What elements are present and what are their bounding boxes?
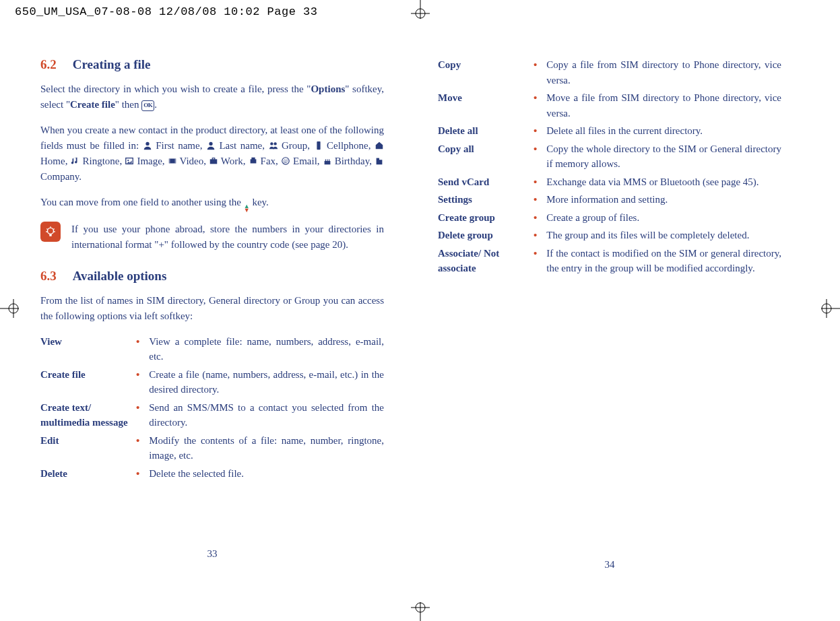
tip-text: If you use your phone abroad, store the … bbox=[71, 222, 384, 253]
svg-rect-32 bbox=[49, 234, 51, 236]
svg-rect-30 bbox=[379, 160, 382, 164]
video-icon bbox=[168, 156, 177, 166]
option-row: Create group • Create a group of files. bbox=[438, 210, 781, 226]
crop-mark-bottom-icon bbox=[407, 594, 434, 621]
person-icon bbox=[143, 141, 152, 150]
option-row: Copy all • Copy the whole directory to t… bbox=[438, 141, 781, 172]
svg-rect-21 bbox=[174, 159, 176, 164]
company-icon bbox=[375, 156, 384, 166]
option-row: Create file • Create a file (name, numbe… bbox=[40, 367, 384, 397]
paragraph-navigate-fields: You can move from one field to another u… bbox=[40, 195, 384, 212]
svg-point-14 bbox=[270, 142, 273, 145]
section-title: Creating a file bbox=[73, 57, 151, 72]
bullet-icon: • bbox=[534, 90, 537, 121]
svg-rect-20 bbox=[168, 159, 170, 164]
crop-mark-left-icon bbox=[0, 295, 27, 322]
section-title: Available options bbox=[73, 269, 167, 284]
group-icon bbox=[269, 141, 278, 150]
option-row: View • View a complete file: name, numbe… bbox=[40, 334, 384, 364]
option-desc: Move a file from SIM directory to Phone … bbox=[546, 90, 781, 121]
section-number: 6.2 bbox=[40, 57, 57, 72]
bullet-icon: • bbox=[534, 246, 537, 276]
bullet-icon: • bbox=[136, 400, 139, 430]
options-list-left: View • View a complete file: name, numbe… bbox=[40, 334, 384, 482]
crop-mark-right-icon bbox=[813, 295, 840, 322]
page-34: Copy • Copy a file from SIM directory to… bbox=[438, 57, 781, 570]
option-desc: Copy the whole directory to the SIM or G… bbox=[546, 141, 781, 172]
option-term: Create group bbox=[438, 210, 525, 226]
option-term: Delete bbox=[40, 466, 128, 482]
person-icon bbox=[206, 141, 216, 150]
page-number: 33 bbox=[40, 548, 384, 560]
cellphone-icon bbox=[314, 141, 323, 150]
nav-key-icon: ▲▼ bbox=[244, 204, 250, 212]
svg-point-15 bbox=[273, 142, 276, 145]
page-33: 6.2 Creating a file Select the directory… bbox=[40, 57, 384, 570]
bullet-icon: • bbox=[534, 174, 537, 190]
option-desc: If the contact is modified on the SIM or… bbox=[546, 246, 781, 276]
option-desc: Delete the selected file. bbox=[149, 466, 384, 482]
option-term: Settings bbox=[438, 192, 525, 207]
svg-point-13 bbox=[209, 142, 212, 145]
option-row: Copy • Copy a file from SIM directory to… bbox=[438, 57, 781, 88]
option-row: Edit • Modify the contents of a file: na… bbox=[40, 433, 384, 463]
svg-rect-23 bbox=[212, 158, 215, 160]
bullet-icon: • bbox=[534, 192, 537, 207]
svg-point-12 bbox=[146, 142, 149, 145]
svg-rect-16 bbox=[317, 141, 320, 150]
option-row: Move • Move a file from SIM directory to… bbox=[438, 90, 781, 121]
bullet-icon: • bbox=[534, 228, 537, 243]
option-desc: View a complete file: name, numbers, add… bbox=[149, 334, 384, 364]
bullet-icon: • bbox=[136, 334, 139, 364]
svg-point-18 bbox=[128, 160, 129, 161]
email-icon: @ bbox=[281, 156, 290, 166]
svg-rect-24 bbox=[250, 159, 256, 163]
option-term: Send vCard bbox=[438, 174, 525, 190]
svg-rect-25 bbox=[251, 158, 255, 160]
crop-mark-top-icon bbox=[407, 0, 434, 27]
option-desc: Copy a file from SIM directory to Phone … bbox=[546, 57, 781, 88]
svg-rect-28 bbox=[324, 161, 330, 164]
option-desc: Create a file (name, numbers, address, e… bbox=[149, 367, 384, 397]
fax-icon bbox=[249, 156, 258, 166]
option-term: View bbox=[40, 334, 128, 364]
paragraph-select-directory: Select the directory in which you wish t… bbox=[40, 81, 384, 113]
option-desc: The group and its files will be complete… bbox=[546, 228, 781, 243]
svg-text:@: @ bbox=[283, 158, 288, 164]
bullet-icon: • bbox=[136, 466, 139, 482]
option-term: Delete group bbox=[438, 228, 525, 243]
option-term: Copy all bbox=[438, 141, 525, 172]
svg-rect-29 bbox=[377, 158, 379, 165]
page-spread: 6.2 Creating a file Select the directory… bbox=[0, 24, 840, 584]
option-row: Delete group • The group and its files w… bbox=[438, 228, 781, 243]
option-row: Delete all • Delete all files in the cur… bbox=[438, 123, 781, 139]
option-desc: More information and setting. bbox=[546, 192, 781, 207]
option-term: Create text/ multimedia message bbox=[40, 400, 128, 430]
page-number: 34 bbox=[438, 559, 781, 570]
option-term: Move bbox=[438, 90, 525, 121]
option-term: Edit bbox=[40, 433, 128, 463]
option-row: Create text/ multimedia message • Send a… bbox=[40, 400, 384, 430]
option-desc: Delete all files in the current director… bbox=[546, 123, 781, 139]
option-row: Send vCard • Exchange data via MMS or Bl… bbox=[438, 174, 781, 190]
option-term: Create file bbox=[40, 367, 128, 397]
svg-point-31 bbox=[48, 228, 54, 234]
birthday-icon bbox=[323, 156, 332, 166]
tip-international-format: If you use your phone abroad, store the … bbox=[40, 222, 384, 253]
option-term: Delete all bbox=[438, 123, 525, 139]
heading-6-2: 6.2 Creating a file bbox=[40, 57, 384, 72]
bullet-icon: • bbox=[136, 367, 139, 397]
bullet-icon: • bbox=[534, 57, 537, 88]
option-desc: Create a group of files. bbox=[546, 210, 781, 226]
paragraph-options-intro: From the list of names in SIM directory,… bbox=[40, 293, 384, 325]
paragraph-fields-list: When you create a new contact in the pro… bbox=[40, 123, 384, 185]
option-term: Copy bbox=[438, 57, 525, 88]
bullet-icon: • bbox=[534, 141, 537, 172]
option-row: Delete • Delete the selected file. bbox=[40, 466, 384, 482]
option-term: Associate/ Not associate bbox=[438, 246, 525, 276]
ringtone-icon bbox=[70, 156, 79, 166]
option-desc: Send an SMS/MMS to a contact you selecte… bbox=[149, 400, 384, 430]
bullet-icon: • bbox=[136, 433, 139, 463]
home-icon bbox=[375, 141, 384, 150]
bullet-icon: • bbox=[534, 210, 537, 226]
